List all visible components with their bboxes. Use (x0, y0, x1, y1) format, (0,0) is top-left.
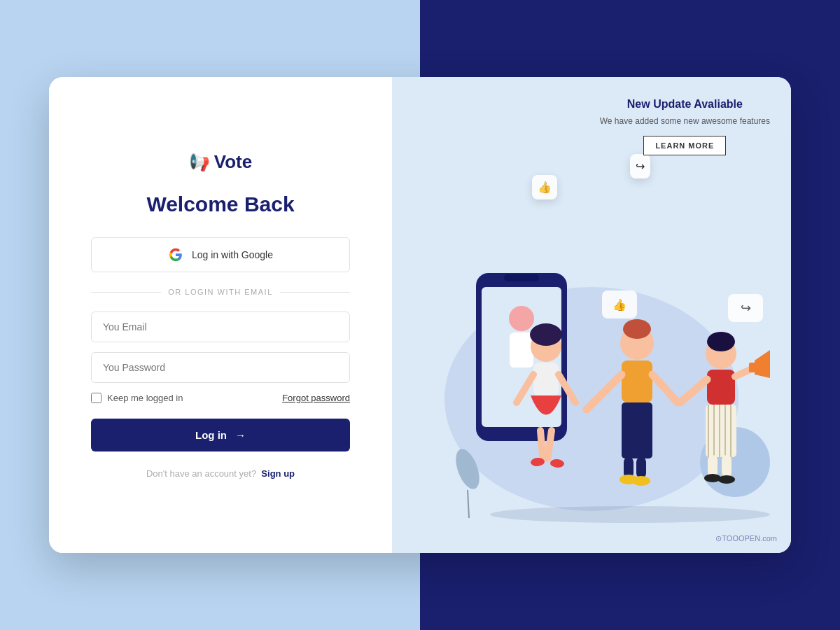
keep-logged-text: Keep me logged in (107, 393, 183, 403)
signup-row: Don't have an account yet? Sign up (146, 468, 295, 479)
svg-rect-9 (533, 363, 559, 396)
password-input[interactable] (91, 352, 350, 383)
google-btn-label: Log in with Google (192, 249, 273, 260)
svg-line-41 (680, 379, 707, 402)
svg-point-24 (632, 476, 650, 486)
email-input[interactable] (91, 312, 350, 342)
svg-rect-20 (622, 402, 652, 458)
divider-text: OR Login With Email (168, 288, 273, 296)
svg-line-25 (587, 374, 622, 410)
welcome-title: Welcome Back (146, 192, 294, 216)
svg-point-28 (707, 332, 735, 351)
svg-rect-4 (510, 332, 533, 368)
options-row: Keep me logged in Forgot password (91, 393, 350, 403)
right-panel: New Update Avaliable We have added some … (392, 77, 791, 553)
learn-more-button[interactable]: LEARN MORE (643, 136, 726, 155)
svg-point-39 (704, 474, 721, 482)
svg-line-6 (468, 490, 469, 518)
svg-point-45 (490, 506, 770, 523)
watermark: ⊙TOOOPEN.com (715, 534, 777, 543)
login-btn-label: Log in (195, 429, 227, 441)
thumbs-up-icon: 👍 (538, 181, 552, 193)
svg-rect-38 (722, 455, 732, 477)
svg-text:👍: 👍 (612, 298, 626, 312)
like-float-icon: 👍 (532, 175, 557, 200)
divider-line-right (280, 292, 350, 293)
keep-logged-checkbox[interactable] (91, 393, 102, 403)
svg-point-5 (455, 446, 484, 492)
svg-rect-19 (622, 360, 652, 402)
svg-point-17 (623, 319, 651, 339)
svg-line-26 (652, 374, 678, 402)
left-panel: 📢 Vote Welcome Back Log in with Google O… (49, 77, 392, 553)
share-float-icon: ↪ (630, 154, 650, 178)
login-button[interactable]: Log in → (91, 419, 350, 451)
update-subtitle: We have added some new awesome features (600, 115, 770, 127)
svg-text:↪: ↪ (741, 301, 751, 315)
update-title: New Update Avaliable (600, 98, 770, 111)
svg-rect-30 (707, 370, 735, 405)
svg-rect-31 (706, 405, 736, 457)
logo-text: Vote (214, 151, 252, 173)
logo-icon: 📢 (189, 153, 210, 172)
main-card: 📢 Vote Welcome Back Log in with Google O… (49, 77, 791, 553)
logo: 📢 Vote (189, 151, 252, 173)
share-icon: ↪ (636, 160, 645, 172)
svg-point-3 (509, 306, 534, 331)
signup-link[interactable]: Sign up (261, 468, 295, 479)
signup-text: Don't have an account yet? (146, 468, 256, 479)
arrow-icon: → (235, 429, 246, 441)
svg-point-8 (530, 323, 562, 346)
illustration: ↪ 👍 (455, 252, 791, 532)
google-icon (168, 247, 183, 262)
svg-point-40 (718, 475, 735, 484)
email-divider: OR Login With Email (91, 288, 350, 296)
divider-line-left (91, 292, 161, 293)
svg-rect-44 (749, 363, 759, 372)
svg-point-13 (550, 458, 565, 468)
keep-logged-label[interactable]: Keep me logged in (91, 393, 183, 403)
svg-rect-2 (504, 274, 539, 281)
update-box: New Update Avaliable We have added some … (600, 98, 770, 155)
google-login-button[interactable]: Log in with Google (91, 237, 350, 272)
svg-rect-22 (636, 457, 646, 478)
forgot-password-button[interactable]: Forgot password (282, 393, 350, 403)
